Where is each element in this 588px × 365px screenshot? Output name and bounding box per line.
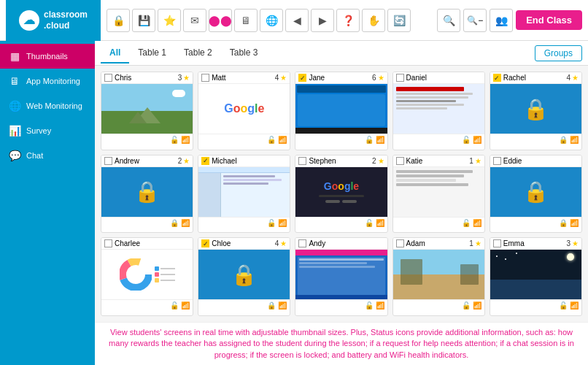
sidebar-item-chat[interactable]: 💬 Chat xyxy=(0,143,95,168)
content-area: All Table 1 Table 2 Table 3 Groups Chris… xyxy=(95,41,588,365)
back-btn[interactable]: ◀ xyxy=(285,9,309,32)
star-icon: ★ xyxy=(183,157,190,165)
help-btn[interactable]: ❓ xyxy=(336,9,360,32)
thumb-footer: 🔓 📶 xyxy=(393,217,484,228)
app-monitoring-icon: 🖥 xyxy=(9,75,20,87)
student-name: Adam xyxy=(406,239,470,247)
student-card-charlee[interactable]: Charlee xyxy=(101,237,193,316)
message-btn[interactable]: ✉ xyxy=(183,9,206,32)
student-checkbox[interactable]: ✓ xyxy=(298,74,306,82)
reward-count: 3 xyxy=(566,239,570,247)
chat-label: Chat xyxy=(26,151,43,160)
thumb-footer: 🔓 📶 xyxy=(295,299,387,311)
student-checkbox[interactable] xyxy=(201,74,209,82)
student-screen xyxy=(198,167,290,217)
tab-table3[interactable]: Table 3 xyxy=(221,43,267,64)
end-class-button[interactable]: End Class xyxy=(516,10,582,30)
student-checkbox[interactable] xyxy=(396,74,404,82)
thumb-header: ✓ Jane 6 ★ xyxy=(295,72,387,84)
reward-count: 4 xyxy=(275,239,279,247)
student-screen xyxy=(393,84,484,134)
student-checkbox[interactable]: ✓ xyxy=(493,74,501,82)
reward-btn[interactable]: ⭐ xyxy=(158,9,181,32)
save-btn[interactable]: 💾 xyxy=(132,9,155,32)
sidebar-item-thumbnails[interactable]: ▦ Thumbnails xyxy=(0,44,95,69)
wifi-icon: 📶 xyxy=(376,301,384,310)
thumb-header: ✓ Michael xyxy=(198,155,290,167)
tab-table2[interactable]: Table 2 xyxy=(175,43,221,64)
thumb-header: Eddie xyxy=(490,155,581,167)
student-checkbox[interactable] xyxy=(493,157,501,165)
wifi-icon: 📶 xyxy=(570,301,579,310)
sidebar-item-app-monitoring[interactable]: 🖥 App Monitoring xyxy=(0,69,95,93)
zoom-out-btn[interactable]: 🔍− xyxy=(463,9,487,32)
student-checkbox[interactable]: ✓ xyxy=(201,157,209,165)
student-checkbox[interactable] xyxy=(298,157,306,165)
student-card-andy[interactable]: Andy 🔓 📶 xyxy=(295,237,387,316)
wifi-icon: 📶 xyxy=(181,301,190,310)
svg-point-3 xyxy=(130,269,142,280)
lock-status-icon: 🔓 xyxy=(462,301,471,310)
student-card-eddie[interactable]: Eddie 🔒 🔒 📶 xyxy=(490,155,582,234)
thumb-footer: 🔓 📶 xyxy=(101,134,193,145)
student-card-jane[interactable]: ✓ Jane 6 ★ 🔓 📶 xyxy=(295,72,387,150)
sidebar-item-survey[interactable]: 📊 Survey xyxy=(0,118,95,143)
student-card-rachel[interactable]: ✓ Rachel 4 ★ 🔒 🔒 📶 xyxy=(490,72,582,150)
logo-icon: ☁ xyxy=(19,10,39,31)
thumbnails-icon: ▦ xyxy=(9,50,20,62)
student-card-matt[interactable]: Matt 4 ★ Google 🔓 📶 xyxy=(198,72,290,150)
student-card-daniel[interactable]: Daniel 🔓 📶 xyxy=(392,72,485,150)
reward-count: 6 xyxy=(372,74,376,82)
student-checkbox[interactable] xyxy=(104,157,112,165)
student-checkbox[interactable] xyxy=(298,239,306,247)
star-icon: ★ xyxy=(475,157,481,165)
student-card-adam[interactable]: Adam 1 ★ 🔓 📶 xyxy=(392,237,485,316)
web-btn[interactable]: 🌐 xyxy=(260,9,283,32)
reward-count: 1 xyxy=(469,239,473,247)
footer-description: View students' screens in real time with… xyxy=(95,322,588,365)
thumb-header: Andrew 2 ★ xyxy=(101,155,193,167)
tab-all[interactable]: All xyxy=(101,43,129,64)
student-name: Charlee xyxy=(115,239,190,247)
zoom-in-btn[interactable]: 🔍 xyxy=(437,9,460,32)
thumb-header: ✓ Rachel 4 ★ xyxy=(490,72,581,84)
logo-text: classroom .cloud xyxy=(44,9,88,31)
play-btn[interactable]: ▶ xyxy=(311,9,334,32)
survey-label: Survey xyxy=(26,126,51,135)
logo-line1: classroom xyxy=(44,9,88,20)
share-btn[interactable]: 👥 xyxy=(490,9,513,32)
student-card-stephen[interactable]: Stephen 2 ★ Google 🔓 📶 xyxy=(295,155,387,234)
thumb-footer: 🔓 📶 xyxy=(101,299,193,311)
screen-btn[interactable]: 🖥 xyxy=(234,9,258,32)
student-name: Stephen xyxy=(309,157,372,165)
student-checkbox[interactable] xyxy=(493,239,501,247)
lock-status-icon: 🔒 xyxy=(170,219,179,227)
refresh-btn[interactable]: 🔄 xyxy=(387,9,411,32)
student-card-andrew[interactable]: Andrew 2 ★ 🔒 🔒 📶 xyxy=(101,155,193,234)
student-checkbox[interactable] xyxy=(104,74,112,82)
lock-status-icon: 🔓 xyxy=(170,136,179,144)
tab-table1[interactable]: Table 1 xyxy=(129,43,175,64)
student-name: Andrew xyxy=(115,157,178,165)
attention-btn[interactable]: ✋ xyxy=(362,9,385,32)
groups-button[interactable]: Groups xyxy=(535,45,582,61)
student-card-chloe[interactable]: ✓ Chloe 4 ★ 🔒 🔒 📶 xyxy=(198,237,290,316)
wifi-icon: 📶 xyxy=(473,219,481,227)
student-card-chris[interactable]: Chris 3 ★ 🔓 📶 xyxy=(101,72,193,150)
student-checkbox[interactable] xyxy=(396,157,404,165)
student-checkbox[interactable]: ✓ xyxy=(201,239,209,247)
student-card-michael[interactable]: ✓ Michael xyxy=(198,155,290,234)
wifi-icon: 📶 xyxy=(181,219,190,227)
sidebar-item-web-monitoring[interactable]: 🌐 Web Monitoring xyxy=(0,93,95,118)
student-card-emma[interactable]: Emma 3 ★ 🔓 📶 xyxy=(490,237,582,316)
student-card-katie[interactable]: Katie 1 ★ 🔓 📶 xyxy=(392,155,485,234)
student-screen xyxy=(490,250,581,299)
toolbar: 🔒 💾 ⭐ ✉ ⬤⬤ 🖥 🌐 ◀ ▶ ❓ ✋ 🔄 xyxy=(101,9,437,32)
lock-status-icon: 🔓 xyxy=(462,136,471,144)
header: ☁ classroom .cloud 🔒 💾 ⭐ ✉ ⬤⬤ 🖥 🌐 ◀ ▶ ❓ … xyxy=(0,0,588,41)
wifi-icon: 📶 xyxy=(570,219,579,227)
lock-btn[interactable]: 🔒 xyxy=(107,9,130,32)
student-checkbox[interactable] xyxy=(104,239,112,247)
student-checkbox[interactable] xyxy=(396,239,404,247)
monitor-btn[interactable]: ⬤⬤ xyxy=(209,9,232,32)
